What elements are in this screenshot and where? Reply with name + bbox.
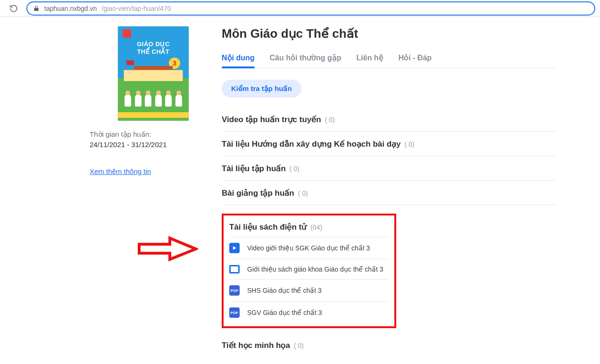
training-time-value: 24/11/2021 - 31/12/2021: [90, 141, 217, 149]
section-title: Tài liệu sách điện tử: [229, 222, 307, 232]
pdf-icon: PDF: [229, 285, 240, 296]
ebook-label: Video giới thiệu SGK Giáo dục thể chất 3: [247, 244, 370, 252]
ebook-item[interactable]: Giới thiệu sách giáo khoa Giáo dục thể c…: [229, 259, 389, 279]
address-bar[interactable]: taphuan.nxbgd.vn/giao-vien/tap-huan/470: [26, 1, 595, 16]
svg-marker-0: [233, 246, 236, 250]
section-count: ( 0): [298, 190, 308, 197]
exam-button[interactable]: Kiểm tra tập huấn: [222, 80, 301, 98]
reload-button[interactable]: [8, 2, 20, 15]
section-video-online[interactable]: Video tập huấn trực tuyến ( 0): [222, 107, 557, 132]
section-count: ( 0): [290, 165, 300, 173]
section-ebooks[interactable]: Tài liệu sách điện tử (04): [229, 220, 389, 237]
tabs: Nội dung Câu hỏi thường gặp Liên hệ Hỏi …: [222, 50, 557, 68]
main-content: Môn Giáo dục Thể chất Nội dung Câu hỏi t…: [217, 26, 557, 357]
url-host: taphuan.nxbgd.vn: [44, 5, 97, 12]
tab-noi-dung[interactable]: Nội dung: [222, 50, 255, 68]
sidebar: GIÁO DỤCTHỂ CHẤT 3 Thời gian tập huấn: 2…: [90, 26, 217, 357]
training-time-label: Thời gian tập huấn:: [90, 130, 217, 139]
ebook-label: SGV Giáo dục thể chất 3: [247, 309, 322, 316]
page-title: Môn Giáo dục Thể chất: [222, 26, 557, 41]
slideshow-icon: [229, 265, 240, 273]
section-lesson-plan[interactable]: Tài liệu Hướng dẫn xây dựng Kế hoạch bài…: [222, 132, 557, 156]
browser-toolbar: taphuan.nxbgd.vn/giao-vien/tap-huan/470: [0, 0, 600, 17]
section-count: ( 0): [325, 116, 335, 124]
section-title: Bài giảng tập huấn: [222, 188, 294, 198]
ebook-item[interactable]: PDF SGV Giáo dục thể chất 3: [229, 301, 389, 323]
section-title: Tiết học minh họa: [222, 340, 290, 350]
ebook-label: SHS Giáo dục thể chất 3: [247, 287, 322, 294]
more-info-link[interactable]: Xem thêm thông tin: [90, 167, 217, 175]
lock-icon: [33, 5, 40, 12]
ebook-highlight-box: Tài liệu sách điện tử (04) Video giới th…: [222, 214, 396, 328]
reload-icon: [9, 4, 18, 13]
section-title: Tài liệu tập huấn: [222, 164, 286, 174]
section-title: Video tập huấn trực tuyến: [222, 115, 321, 124]
ebook-item[interactable]: Video giới thiệu SGK Giáo dục thể chất 3: [229, 237, 389, 259]
section-count: ( 0): [294, 342, 304, 349]
tab-lien-he[interactable]: Liên hệ: [357, 50, 383, 68]
section-demo-lesson[interactable]: Tiết học minh họa ( 0): [222, 333, 557, 357]
section-count: (04): [310, 223, 322, 231]
url-path: /giao-vien/tap-huan/470: [101, 5, 171, 12]
tab-hoi-dap[interactable]: Hỏi - Đáp: [399, 50, 432, 68]
ebook-label: Giới thiệu sách giáo khoa Giáo dục thể c…: [247, 265, 383, 273]
ebook-item[interactable]: PDF SHS Giáo dục thể chất 3: [229, 279, 389, 301]
section-training-docs[interactable]: Tài liệu tập huấn ( 0): [222, 156, 557, 181]
section-count: ( 0): [405, 141, 415, 148]
play-icon: [229, 243, 240, 253]
section-lectures[interactable]: Bài giảng tập huấn ( 0): [222, 181, 557, 205]
pdf-icon: PDF: [229, 307, 240, 318]
book-cover[interactable]: GIÁO DỤCTHỂ CHẤT 3: [118, 26, 189, 121]
tab-faq[interactable]: Câu hỏi thường gặp: [270, 50, 342, 68]
section-title: Tài liệu Hướng dẫn xây dựng Kế hoạch bài…: [222, 139, 401, 149]
